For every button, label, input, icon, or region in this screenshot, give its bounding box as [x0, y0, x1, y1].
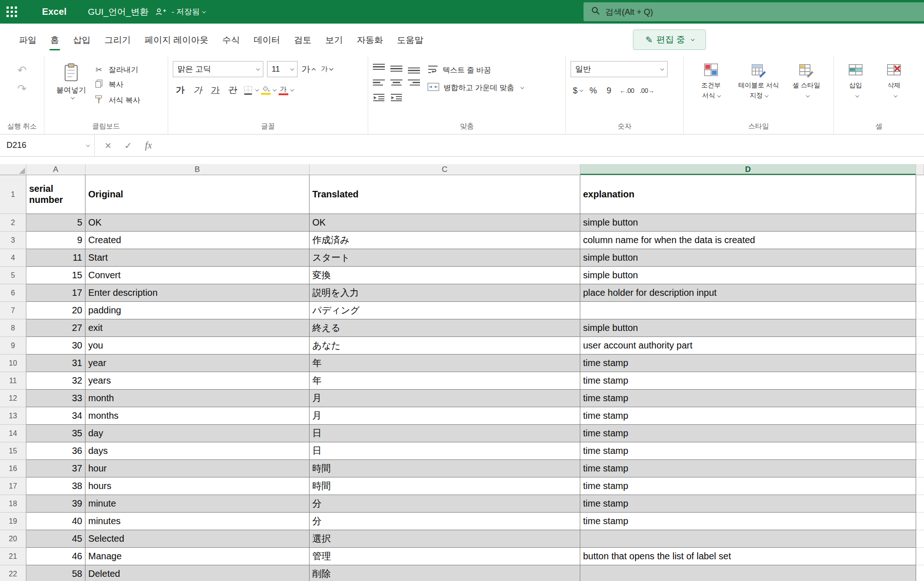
- row-header-13[interactable]: 13: [0, 407, 26, 425]
- cell-C9[interactable]: あなた: [310, 337, 580, 355]
- underline-button[interactable]: 가: [208, 82, 223, 98]
- row-header-18[interactable]: 18: [0, 495, 26, 513]
- decrease-decimal-button[interactable]: .00→: [638, 83, 656, 98]
- cell-A7[interactable]: 20: [26, 302, 85, 319]
- cell-B9[interactable]: you: [85, 337, 310, 355]
- currency-format-button[interactable]: $: [571, 83, 584, 98]
- cell-A1[interactable]: serial number: [26, 175, 85, 214]
- cell-A2[interactable]: 5: [26, 214, 85, 232]
- search-input[interactable]: 검색(Alt + Q): [584, 2, 924, 21]
- cell-D9[interactable]: user account authority part: [580, 337, 916, 355]
- cell-C22[interactable]: 削除: [310, 565, 580, 581]
- cell-B1[interactable]: Original: [85, 175, 310, 214]
- cell-E8-partial[interactable]: [916, 319, 924, 337]
- row-header-5[interactable]: 5: [0, 267, 26, 284]
- cell-D5[interactable]: simple button: [580, 267, 916, 284]
- row-header-2[interactable]: 2: [0, 214, 26, 232]
- tab-검토[interactable]: 검토: [287, 24, 318, 56]
- cell-B6[interactable]: Enter description: [85, 284, 310, 302]
- cell-D16[interactable]: time stamp: [580, 460, 916, 477]
- tab-도움말[interactable]: 도움말: [390, 24, 430, 56]
- cell-A21[interactable]: 46: [26, 548, 85, 565]
- tab-삽입[interactable]: 삽입: [66, 24, 97, 56]
- tab-페이지 레이아웃[interactable]: 페이지 레이아웃: [138, 24, 215, 56]
- tab-홈[interactable]: 홈: [43, 24, 66, 56]
- cell-A17[interactable]: 38: [26, 477, 85, 495]
- column-header-B[interactable]: B: [85, 164, 310, 175]
- cell-B3[interactable]: Created: [85, 232, 310, 249]
- cell-E5-partial[interactable]: [916, 267, 924, 284]
- increase-indent-button[interactable]: [390, 93, 402, 104]
- conditional-formatting-button[interactable]: 조건부 서식: [688, 62, 733, 117]
- format-as-table-button[interactable]: 테이블로 서식 지정: [736, 62, 781, 117]
- cell-A16[interactable]: 37: [26, 460, 85, 477]
- shared-people-icon[interactable]: [155, 8, 167, 16]
- cell-C5[interactable]: 変換: [310, 267, 580, 284]
- shrink-font-button[interactable]: 가: [320, 61, 334, 77]
- row-header-6[interactable]: 6: [0, 284, 26, 302]
- cell-A10[interactable]: 31: [26, 355, 85, 372]
- formula-input[interactable]: [162, 135, 924, 156]
- cell-E15-partial[interactable]: [916, 442, 924, 460]
- row-header-3[interactable]: 3: [0, 232, 26, 249]
- align-center-button[interactable]: [390, 80, 402, 89]
- insert-function-button[interactable]: fx: [145, 140, 152, 151]
- cell-E6-partial[interactable]: [916, 284, 924, 302]
- cell-E16-partial[interactable]: [916, 460, 924, 477]
- cell-E9-partial[interactable]: [916, 337, 924, 355]
- cell-E11-partial[interactable]: [916, 372, 924, 390]
- undo-button[interactable]: ↶: [17, 64, 26, 77]
- cell-C13[interactable]: 月: [310, 407, 580, 425]
- cell-E14-partial[interactable]: [916, 425, 924, 442]
- cell-B17[interactable]: hours: [85, 477, 310, 495]
- cell-E21-partial[interactable]: [916, 548, 924, 565]
- column-header-D[interactable]: D: [580, 164, 916, 175]
- cell-C3[interactable]: 作成済み: [310, 232, 580, 249]
- cell-A18[interactable]: 39: [26, 495, 85, 513]
- font-color-button[interactable]: 가: [278, 82, 293, 98]
- cell-B20[interactable]: Selected: [85, 530, 310, 548]
- italic-button[interactable]: 가: [190, 82, 205, 98]
- insert-cells-button[interactable]: 삽입: [839, 62, 872, 117]
- row-header-15[interactable]: 15: [0, 442, 26, 460]
- cell-C1[interactable]: Translated: [310, 175, 580, 214]
- cell-E1-partial[interactable]: [916, 175, 924, 214]
- cell-D12[interactable]: time stamp: [580, 390, 916, 407]
- tab-보기[interactable]: 보기: [318, 24, 350, 56]
- cell-B2[interactable]: OK: [85, 214, 310, 232]
- cell-D4[interactable]: simple button: [580, 249, 916, 267]
- copy-button[interactable]: 복사: [93, 79, 140, 91]
- cell-E18-partial[interactable]: [916, 495, 924, 513]
- cell-B22[interactable]: Deleted: [85, 565, 310, 581]
- cell-E19-partial[interactable]: [916, 513, 924, 530]
- cell-B18[interactable]: minute: [85, 495, 310, 513]
- cell-B5[interactable]: Convert: [85, 267, 310, 284]
- row-header-4[interactable]: 4: [0, 249, 26, 267]
- cell-styles-button[interactable]: 셀 스타일: [784, 62, 829, 117]
- tab-그리기[interactable]: 그리기: [97, 24, 138, 56]
- cell-D19[interactable]: time stamp: [580, 513, 916, 530]
- align-top-button[interactable]: [373, 64, 385, 73]
- column-header-C[interactable]: C: [310, 164, 580, 175]
- cell-B11[interactable]: years: [85, 372, 310, 390]
- align-right-button[interactable]: [408, 80, 420, 89]
- cell-A5[interactable]: 15: [26, 267, 85, 284]
- cell-B13[interactable]: months: [85, 407, 310, 425]
- cell-B8[interactable]: exit: [85, 319, 310, 337]
- cell-D6[interactable]: place holder for description input: [580, 284, 916, 302]
- cell-C2[interactable]: OK: [310, 214, 580, 232]
- tab-파일[interactable]: 파일: [12, 24, 43, 56]
- cell-A6[interactable]: 17: [26, 284, 85, 302]
- cell-A14[interactable]: 35: [26, 425, 85, 442]
- cell-C21[interactable]: 管理: [310, 548, 580, 565]
- cell-A20[interactable]: 45: [26, 530, 85, 548]
- cell-A8[interactable]: 27: [26, 319, 85, 337]
- column-header-E-partial[interactable]: [916, 164, 924, 175]
- cell-E2-partial[interactable]: [916, 214, 924, 232]
- row-header-21[interactable]: 21: [0, 548, 26, 565]
- cell-D3[interactable]: column name for when the data is created: [580, 232, 916, 249]
- cell-C19[interactable]: 分: [310, 513, 580, 530]
- cell-E20-partial[interactable]: [916, 530, 924, 548]
- cell-B21[interactable]: Manage: [85, 548, 310, 565]
- decrease-indent-button[interactable]: [373, 93, 385, 104]
